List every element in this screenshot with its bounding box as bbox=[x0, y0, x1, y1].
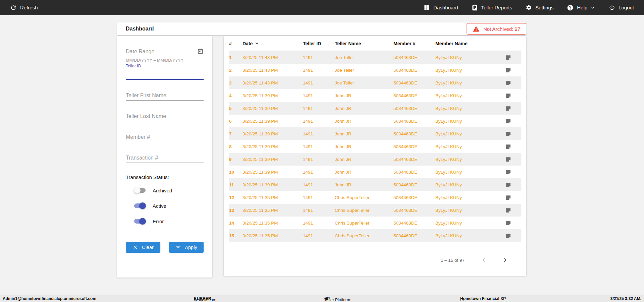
cell-date: 3/20/25 11:39 PM bbox=[243, 131, 303, 136]
teller-last-name-field[interactable] bbox=[126, 111, 204, 121]
prev-page-button[interactable] bbox=[480, 256, 487, 264]
nav-dashboard[interactable]: Dashboard bbox=[424, 4, 458, 11]
cell-row-number: 4 bbox=[229, 93, 243, 98]
toggle-thumb bbox=[139, 218, 146, 225]
note-icon[interactable] bbox=[505, 106, 511, 111]
table-row[interactable]: 7 3/20/25 11:39 PM 1491 John JR 5034463D… bbox=[229, 127, 521, 140]
table-row[interactable]: 14 3/20/25 11:35 PM 1491 Chris SuperTell… bbox=[229, 217, 521, 229]
refresh-button[interactable]: Refresh bbox=[10, 4, 38, 11]
date-range-field[interactable] bbox=[126, 45, 204, 56]
cell-member-name: ByLyJI KUNy bbox=[435, 208, 501, 213]
next-page-button[interactable] bbox=[501, 256, 509, 264]
teller-first-name-field[interactable] bbox=[126, 90, 204, 101]
cell-member-name: ByLyJI KUNy bbox=[435, 233, 501, 238]
footer-user: Admin1@hometownfinancialxp.onmicrosoft.c… bbox=[3, 296, 96, 301]
table-row[interactable]: 2 3/20/25 11:43 PM 1491 Joe Teller 50344… bbox=[229, 64, 521, 76]
cell-note[interactable] bbox=[501, 195, 521, 200]
cell-note[interactable] bbox=[501, 220, 521, 226]
member-number-field[interactable] bbox=[126, 131, 204, 142]
table-row[interactable]: 10 3/20/25 11:39 PM 1491 John JR 5034463… bbox=[229, 166, 521, 178]
note-icon[interactable] bbox=[505, 157, 511, 162]
table-row[interactable]: 6 3/20/25 11:39 PM 1491 John JR 5034463D… bbox=[229, 115, 521, 127]
cell-teller-id: 1491 bbox=[303, 106, 335, 111]
calendar-icon[interactable] bbox=[197, 48, 204, 55]
cell-row-number: 12 bbox=[229, 195, 243, 200]
cell-note[interactable] bbox=[501, 55, 521, 60]
cell-note[interactable] bbox=[501, 80, 521, 86]
col-header-teller-name[interactable]: Teller Name bbox=[335, 41, 393, 46]
note-icon[interactable] bbox=[505, 182, 511, 188]
not-archived-label: Not Archived: 97 bbox=[483, 26, 520, 32]
apply-button[interactable]: Apply bbox=[169, 242, 204, 253]
nav-settings[interactable]: Settings bbox=[526, 4, 553, 11]
cell-row-number: 1 bbox=[229, 55, 243, 60]
table-row[interactable]: 11 3/20/25 11:39 PM 1491 John JR 5034463… bbox=[229, 178, 521, 191]
toggle-row-error: Error bbox=[134, 216, 204, 226]
note-icon[interactable] bbox=[505, 195, 511, 200]
cell-teller-name: Chris SuperTeller bbox=[335, 208, 393, 213]
transaction-number-input[interactable] bbox=[126, 155, 204, 161]
cell-member-name: ByLyJI KUNy bbox=[435, 170, 501, 175]
nav-logout[interactable]: Logout bbox=[609, 4, 634, 11]
note-icon[interactable] bbox=[505, 131, 511, 137]
note-icon[interactable] bbox=[505, 169, 511, 175]
not-archived-badge[interactable]: Not Archived: 97 bbox=[467, 23, 526, 35]
active-toggle[interactable] bbox=[134, 202, 146, 209]
note-icon[interactable] bbox=[505, 220, 511, 226]
cell-note[interactable] bbox=[501, 182, 521, 188]
note-icon[interactable] bbox=[505, 67, 511, 73]
note-icon[interactable] bbox=[505, 93, 511, 99]
col-header-member-number[interactable]: Member # bbox=[393, 41, 435, 46]
cell-note[interactable] bbox=[501, 93, 521, 99]
table-row[interactable]: 13 3/20/25 11:35 PM 1491 Chris SuperTell… bbox=[229, 204, 521, 217]
cell-note[interactable] bbox=[501, 233, 521, 239]
teller-last-name-input[interactable] bbox=[126, 113, 204, 119]
cell-note[interactable] bbox=[501, 67, 521, 73]
cell-note[interactable] bbox=[501, 131, 521, 137]
table-row[interactable]: 5 3/20/25 11:39 PM 1491 John JR 5034463D… bbox=[229, 102, 521, 115]
teller-id-field[interactable] bbox=[126, 68, 204, 80]
cell-note[interactable] bbox=[501, 207, 521, 213]
chevron-down-icon bbox=[590, 5, 595, 10]
col-header-teller-id[interactable]: Teller ID bbox=[303, 41, 335, 46]
nav-teller-reports[interactable]: Teller Reports bbox=[472, 4, 513, 11]
nav-help[interactable]: Help bbox=[567, 4, 595, 11]
cell-teller-name: Joe Teller bbox=[335, 80, 393, 85]
table-row[interactable]: 12 3/20/25 11:35 PM 1491 Chris SuperTell… bbox=[229, 191, 521, 204]
note-icon[interactable] bbox=[505, 80, 511, 86]
cell-teller-id: 1491 bbox=[303, 131, 335, 136]
cell-note[interactable] bbox=[501, 157, 521, 162]
table-row[interactable]: 9 3/20/25 11:39 PM 1491 John JR 5034463D… bbox=[229, 153, 521, 166]
col-header-date[interactable]: Date bbox=[243, 41, 303, 46]
date-range-input[interactable] bbox=[126, 49, 197, 55]
note-icon[interactable] bbox=[505, 144, 511, 149]
table-row[interactable]: 3 3/20/25 11:43 PM 1491 Joe Teller 50344… bbox=[229, 76, 521, 89]
cell-member-name: ByLyJI KUNy bbox=[435, 106, 501, 111]
cell-note[interactable] bbox=[501, 106, 521, 111]
note-icon[interactable] bbox=[505, 233, 511, 239]
member-number-input[interactable] bbox=[126, 134, 204, 140]
note-icon[interactable] bbox=[505, 55, 511, 60]
cell-date: 3/20/25 11:39 PM bbox=[243, 106, 303, 111]
transaction-number-field[interactable] bbox=[126, 152, 204, 163]
cell-teller-id: 1491 bbox=[303, 195, 335, 200]
archived-toggle[interactable] bbox=[134, 187, 146, 194]
cell-date: 3/20/25 11:35 PM bbox=[243, 221, 303, 226]
cell-note[interactable] bbox=[501, 118, 521, 124]
error-toggle[interactable] bbox=[134, 218, 146, 225]
col-header-member-name[interactable]: Member Name bbox=[435, 41, 501, 46]
note-icon[interactable] bbox=[505, 118, 511, 124]
cell-note[interactable] bbox=[501, 144, 521, 149]
teller-id-input[interactable] bbox=[126, 68, 204, 79]
transaction-status-label: Transaction Status: bbox=[126, 174, 204, 180]
teller-first-name-input[interactable] bbox=[126, 93, 204, 99]
cell-note[interactable] bbox=[501, 169, 521, 175]
clear-button[interactable]: Clear bbox=[126, 242, 160, 253]
table-row[interactable]: 15 3/20/25 11:35 PM 1491 Chris SuperTell… bbox=[229, 229, 521, 242]
table-row[interactable]: 8 3/20/25 11:39 PM 1491 John JR 5034463D… bbox=[229, 140, 521, 153]
cell-teller-id: 1491 bbox=[303, 80, 335, 85]
nav-help-label: Help bbox=[577, 5, 587, 10]
table-row[interactable]: 4 3/20/25 11:39 PM 1491 John JR 5034463D… bbox=[229, 89, 521, 102]
note-icon[interactable] bbox=[505, 207, 511, 213]
table-row[interactable]: 1 3/20/25 11:43 PM 1491 Joe Teller 50344… bbox=[229, 51, 521, 64]
